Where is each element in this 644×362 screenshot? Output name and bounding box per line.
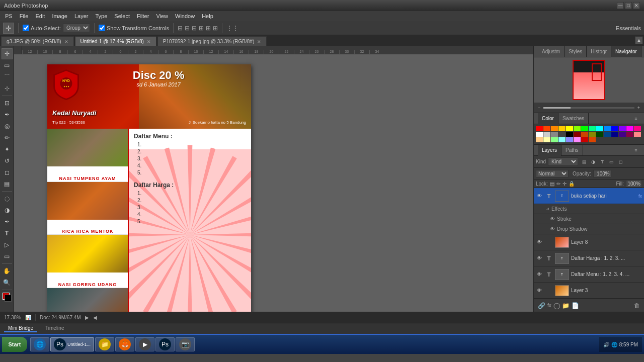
taskbar-ie-btn[interactable]: 🌐 bbox=[30, 337, 49, 351]
swatch-ff88ff[interactable] bbox=[574, 137, 581, 142]
shape-tool[interactable]: ▭ bbox=[2, 251, 13, 262]
layer-buka-drop-shadow[interactable]: 👁 Drop Shadow bbox=[534, 224, 644, 234]
layer-buka[interactable]: 👁 T T buka setiap hari fx bbox=[534, 188, 644, 204]
menu-help[interactable]: Help bbox=[199, 13, 216, 20]
zoom-out-icon[interactable]: − bbox=[538, 105, 540, 110]
taskbar-ps2-btn[interactable]: Ps bbox=[155, 337, 175, 351]
tab-p107-close[interactable]: ✕ bbox=[257, 39, 261, 44]
path-tool[interactable]: ▷ bbox=[2, 239, 13, 250]
stroke-visibility-icon[interactable]: 👁 bbox=[550, 216, 555, 222]
taskbar-firefox-btn[interactable]: 🦊 bbox=[115, 337, 134, 351]
layers-tab[interactable]: Layers bbox=[538, 145, 561, 156]
swatch-880044[interactable] bbox=[626, 132, 633, 137]
swatches-tab[interactable]: Swatches bbox=[558, 113, 589, 124]
minimize-btn[interactable]: — bbox=[617, 2, 624, 9]
menu-window[interactable]: Window bbox=[172, 13, 198, 20]
swatch-dd4400[interactable] bbox=[589, 137, 596, 142]
adjustments-tab[interactable]: Adjustm bbox=[538, 46, 565, 57]
status-arrow-back[interactable]: ◀ bbox=[93, 315, 97, 320]
tab-g3jpg-close[interactable]: ✕ bbox=[64, 39, 68, 44]
dodge-tool[interactable]: ◑ bbox=[2, 205, 13, 216]
link-layers-icon[interactable]: 🔗 bbox=[538, 302, 545, 309]
crop-tool[interactable]: ⊡ bbox=[2, 98, 13, 109]
tab-g3jpg[interactable]: g3.JPG @ 50% (RGB/8) ✕ bbox=[1, 36, 74, 46]
lock-move-icon[interactable]: ✛ bbox=[562, 181, 567, 187]
layer-daftar-menu-visibility[interactable]: 👁 bbox=[536, 271, 543, 278]
paths-tab[interactable]: Paths bbox=[561, 145, 583, 156]
swatch-ff8800[interactable] bbox=[551, 126, 558, 131]
swatch-0088ff[interactable] bbox=[604, 126, 611, 131]
swatch-cc0000[interactable] bbox=[581, 137, 588, 142]
dropshadow-visibility-icon[interactable]: 👁 bbox=[550, 226, 555, 232]
color-panel-menu-icon[interactable]: ≡ bbox=[632, 115, 640, 123]
swatch-444444[interactable] bbox=[558, 132, 566, 137]
layer-daftar-harga[interactable]: 👁 T T Daftar Harga : 1. 2. 3. ... bbox=[534, 250, 644, 266]
timeline-tab[interactable]: Timeline bbox=[41, 325, 68, 332]
swatch-ffcc00[interactable] bbox=[558, 126, 566, 131]
align-left-icon[interactable]: ⊟ bbox=[178, 25, 183, 32]
taskbar-app2-btn[interactable]: ▶ bbox=[135, 337, 154, 351]
swatch-00ff00[interactable] bbox=[581, 126, 588, 131]
text-tool[interactable]: T bbox=[2, 228, 13, 239]
menu-type[interactable]: Type bbox=[93, 13, 111, 20]
new-layer-icon[interactable]: 📄 bbox=[572, 302, 579, 309]
tab-p107[interactable]: P1070592-1.jpeg.jpg @ 33.3% (RGB/8#) ✕ bbox=[157, 36, 267, 46]
taskbar-app3-btn[interactable]: 📷 bbox=[176, 337, 195, 351]
swatch-ffffff[interactable] bbox=[536, 132, 543, 137]
menu-ps[interactable]: PS bbox=[2, 13, 16, 20]
layer-daftar-menu[interactable]: 👁 T T Daftar Menu : 1. 2. 3. 4. ... bbox=[534, 266, 644, 283]
menu-filter[interactable]: Filter bbox=[134, 13, 152, 20]
history-tool[interactable]: ↺ bbox=[2, 155, 13, 166]
swatch-ff8888[interactable] bbox=[634, 132, 641, 137]
status-zoom-btn[interactable]: 📊 bbox=[25, 315, 31, 320]
align-right-icon[interactable]: ⊟ bbox=[192, 25, 197, 32]
layer-buka-stroke[interactable]: 👁 Stroke bbox=[534, 214, 644, 224]
swatch-004400[interactable] bbox=[596, 132, 603, 137]
move-tool-btn[interactable]: ✛ bbox=[3, 23, 14, 34]
maximize-btn[interactable]: □ bbox=[625, 2, 632, 9]
show-transform-input[interactable] bbox=[99, 25, 105, 31]
navigator-menu-icon[interactable]: ≡ bbox=[641, 48, 644, 56]
lock-paint-icon[interactable]: ✏ bbox=[556, 181, 560, 187]
group-select[interactable]: GroupLayer bbox=[63, 24, 90, 32]
navigator-tab[interactable]: Navigator bbox=[611, 46, 641, 57]
layer-3-visibility[interactable]: 👁 bbox=[536, 287, 543, 294]
start-button[interactable]: Start bbox=[2, 337, 27, 352]
add-style-icon[interactable]: fx bbox=[547, 303, 551, 308]
mini-bridge-tab[interactable]: Mini Bridge bbox=[4, 325, 37, 332]
swatch-cccccc[interactable] bbox=[543, 132, 550, 137]
gradient-tool[interactable]: ▤ bbox=[2, 178, 13, 190]
swatch-0000ff[interactable] bbox=[611, 126, 618, 131]
close-btn[interactable]: ✕ bbox=[633, 2, 640, 9]
status-arrow-btn[interactable]: ▶ bbox=[85, 315, 89, 320]
show-transform-checkbox[interactable]: Show Transform Controls bbox=[99, 25, 169, 31]
align-top-icon[interactable]: ⊞ bbox=[199, 25, 204, 32]
layer-3[interactable]: 👁 Layer 3 bbox=[534, 283, 644, 299]
layer-8[interactable]: 👁 Layer 8 bbox=[534, 234, 644, 250]
swatch-8B0000[interactable] bbox=[574, 132, 581, 137]
pixel-layer-icon[interactable]: ▤ bbox=[580, 158, 588, 166]
tab-untitled[interactable]: Untitled-1 @ 17.4% (RGB/8) ✕ bbox=[75, 36, 156, 46]
taskbar-folder-btn[interactable]: 📁 bbox=[95, 337, 114, 351]
panel-collapse-btn[interactable]: ▲ bbox=[635, 36, 643, 44]
color-tab[interactable]: Color bbox=[538, 113, 558, 124]
swatch-ffcc88[interactable] bbox=[536, 137, 543, 142]
swatch-440088[interactable] bbox=[619, 132, 626, 137]
fill-input[interactable] bbox=[626, 180, 642, 188]
swatch-8800ff[interactable] bbox=[619, 126, 626, 131]
swatch-ff00ff[interactable] bbox=[626, 126, 633, 131]
lasso-tool[interactable]: ⌒ bbox=[2, 71, 13, 82]
layer-8-visibility[interactable]: 👁 bbox=[536, 239, 543, 246]
eyedropper-tool[interactable]: ✒ bbox=[2, 109, 13, 120]
menu-select[interactable]: Select bbox=[111, 13, 133, 20]
swatch-88ff88[interactable] bbox=[551, 137, 558, 142]
swatch-8888ff[interactable] bbox=[566, 137, 573, 142]
histogram-tab[interactable]: Histogr bbox=[587, 46, 611, 57]
brush-tool[interactable]: ✏ bbox=[2, 132, 13, 143]
swatch-004488[interactable] bbox=[604, 132, 611, 137]
lock-transparent-icon[interactable]: ▤ bbox=[550, 181, 554, 187]
swatch-88ffff[interactable] bbox=[558, 137, 566, 142]
delete-layer-icon[interactable]: 🗑 bbox=[634, 302, 640, 309]
swatch-888888[interactable] bbox=[551, 132, 558, 137]
add-mask-icon[interactable]: ◯ bbox=[553, 302, 560, 309]
